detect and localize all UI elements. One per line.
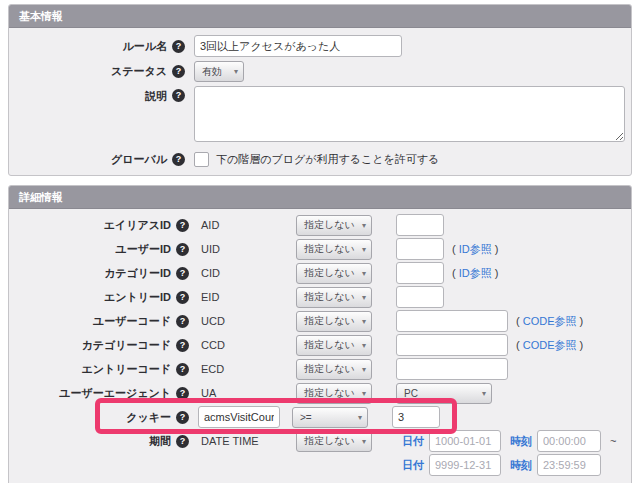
period-from-date-input[interactable] [429,430,501,452]
paren-close: ) [577,339,584,351]
user-agent-select[interactable]: 指定しない ▾ [296,383,372,404]
user-code-select[interactable]: 指定しない ▾ [296,311,372,332]
category-id-code: CID [201,267,296,279]
user-id-row: ユーザーID ? UID 指定しない ▾ ( ID参照 ) [9,238,631,260]
entry-code-input[interactable] [396,358,508,380]
cookie-label: クッキー [9,410,171,425]
category-id-input[interactable] [396,262,444,284]
category-id-label: カテゴリーID [9,266,171,281]
select-value: 指定しない [304,386,355,400]
chevron-down-icon: ▾ [358,413,362,422]
category-code-input[interactable] [396,334,508,356]
select-value: 指定しない [304,290,355,304]
help-icon[interactable]: ? [172,40,185,53]
entry-code-row: エントリーコード ? ECD 指定しない ▾ [9,358,631,380]
help-icon[interactable]: ? [176,363,189,376]
select-value: 指定しない [304,434,355,448]
alias-id-row: エイリアスID ? AID 指定しない ▾ [9,214,631,236]
detail-info-body: エイリアスID ? AID 指定しない ▾ ユーザーID ? UID 指定しない… [9,209,631,483]
code-reference: ( CODE参照 ) [516,338,583,353]
code-reference-link[interactable]: CODE参照 [523,315,577,327]
select-value: 指定しない [304,314,355,328]
select-value: 指定しない [304,266,355,280]
basic-info-section: 基本情報 ルール名 ? ステータス ? 有効 ▾ 説明 ? グローバル ? 下の… [8,4,632,176]
entry-code-select[interactable]: 指定しない ▾ [296,359,372,380]
description-label: 説明 [9,89,167,104]
global-checkbox-label: 下の階層のブログが利用することを許可する [216,152,439,167]
user-id-input[interactable] [396,238,444,260]
entry-code-code: ECD [201,363,296,375]
code-reference-link[interactable]: CODE参照 [523,339,577,351]
entry-id-select[interactable]: 指定しない ▾ [296,287,372,308]
help-icon[interactable]: ? [176,315,189,328]
help-icon[interactable]: ? [176,291,189,304]
user-agent-type-select[interactable]: PC ▾ [396,383,492,404]
category-code-select[interactable]: 指定しない ▾ [296,335,372,356]
alias-id-select[interactable]: 指定しない ▾ [296,215,372,236]
chevron-down-icon: ▾ [482,389,486,398]
user-code-row: ユーザーコード ? UCD 指定しない ▾ ( CODE参照 ) [9,310,631,332]
description-textarea[interactable] [194,86,625,142]
rule-name-row: ルール名 ? [9,35,631,57]
cookie-value-input[interactable] [392,406,440,428]
status-label: ステータス [9,64,167,79]
category-id-select[interactable]: 指定しない ▾ [296,263,372,284]
category-code-row: カテゴリーコード ? CCD 指定しない ▾ ( CODE参照 ) [9,334,631,356]
help-icon[interactable]: ? [176,243,189,256]
entry-id-code: EID [201,291,296,303]
help-icon[interactable]: ? [176,411,189,424]
category-id-row: カテゴリーID ? CID 指定しない ▾ ( ID参照 ) [9,262,631,284]
help-icon[interactable]: ? [176,267,189,280]
chevron-down-icon: ▾ [362,341,366,350]
entry-id-input[interactable] [396,286,444,308]
date-label: 日付 [402,458,424,473]
chevron-down-icon: ▾ [362,221,366,230]
entry-id-label: エントリーID [9,290,171,305]
chevron-down-icon: ▾ [362,365,366,374]
user-code-input[interactable] [396,310,508,332]
id-reference-link[interactable]: ID参照 [459,243,492,255]
help-icon[interactable]: ? [176,339,189,352]
cookie-name-input[interactable] [198,406,280,428]
cookie-row: クッキー ? >= ▾ [9,406,631,428]
basic-info-header: 基本情報 [9,5,631,28]
paren-open: ( [452,243,459,255]
chevron-down-icon: ▾ [362,437,366,446]
entry-id-row: エントリーID ? EID 指定しない ▾ [9,286,631,308]
status-select[interactable]: 有効 ▾ [194,61,244,82]
id-reference-link[interactable]: ID参照 [459,267,492,279]
help-icon[interactable]: ? [172,89,185,102]
paren-open: ( [452,267,459,279]
user-id-label: ユーザーID [9,242,171,257]
chevron-down-icon: ▾ [362,269,366,278]
category-code-code: CCD [201,339,296,351]
code-reference: ( CODE参照 ) [516,314,583,329]
help-icon[interactable]: ? [176,435,189,448]
alias-id-input[interactable] [396,214,444,236]
period-row: 期間 ? DATE TIME 指定しない ▾ 日付 時刻 ~ [9,430,631,452]
global-checkbox[interactable] [194,152,209,167]
help-icon[interactable]: ? [172,153,185,166]
select-value: 指定しない [304,338,355,352]
user-id-select[interactable]: 指定しない ▾ [296,239,372,260]
id-reference: ( ID参照 ) [452,242,498,257]
time-label: 時刻 [510,434,532,449]
help-icon[interactable]: ? [176,219,189,232]
period-select[interactable]: 指定しない ▾ [296,431,372,452]
alias-id-label: エイリアスID [9,218,171,233]
help-icon[interactable]: ? [176,387,189,400]
paren-close: ) [577,315,584,327]
id-reference: ( ID参照 ) [452,266,498,281]
paren-open: ( [516,339,523,351]
period-from-group: 日付 時刻 ~ [402,430,616,452]
period-from-time-input[interactable] [537,430,601,452]
period-to-date-input[interactable] [429,454,501,476]
range-separator: ~ [610,435,616,447]
help-icon[interactable]: ? [172,65,185,78]
cookie-operator-select[interactable]: >= ▾ [292,407,368,428]
rule-name-input[interactable] [194,35,402,57]
chevron-down-icon: ▾ [362,245,366,254]
period-to-group: 日付 時刻 [402,454,601,476]
period-to-time-input[interactable] [537,454,601,476]
period-label: 期間 [9,434,171,449]
